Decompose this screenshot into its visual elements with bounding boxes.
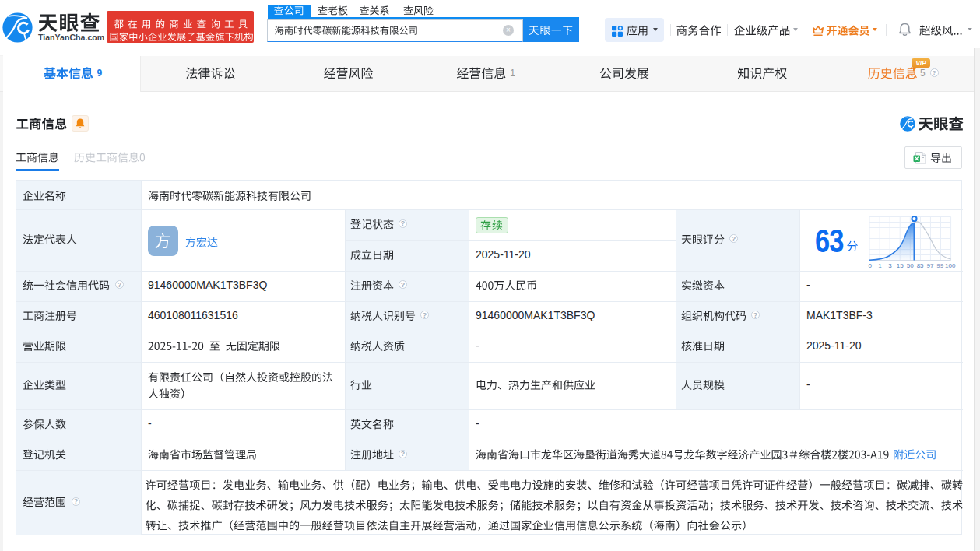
svg-text:97: 97 [927,262,934,269]
svg-text:99: 99 [936,262,943,269]
svg-text:85: 85 [917,262,924,269]
svg-text:0: 0 [868,262,872,269]
svg-text:1: 1 [878,262,882,269]
svg-text:3: 3 [888,262,892,269]
svg-text:50: 50 [907,262,914,269]
svg-text:100: 100 [945,262,956,269]
svg-text:15: 15 [897,262,904,269]
